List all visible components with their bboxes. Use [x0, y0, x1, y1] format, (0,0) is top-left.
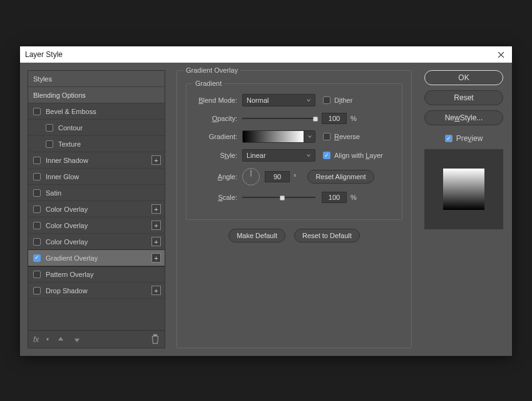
preview-swatch — [443, 169, 484, 210]
style-item-label: Drop Shadow — [46, 287, 88, 294]
style-item-satin[interactable]: Satin — [28, 185, 165, 201]
scale-unit: % — [350, 194, 357, 201]
style-item-label: Color Overlay — [46, 222, 88, 229]
gradient-picker[interactable] — [242, 130, 315, 143]
checkbox[interactable] — [46, 124, 53, 132]
checkbox[interactable] — [33, 271, 41, 278]
gradient-overlay-group: Gradient Overlay Gradient Blend Mode: No… — [176, 70, 412, 348]
chevron-down-icon — [306, 96, 311, 104]
blending-options-label: Blending Options — [33, 91, 86, 99]
reverse-label: Reverse — [334, 133, 360, 140]
angle-unit: ° — [294, 173, 296, 180]
dialog-title: Layer Style — [25, 50, 63, 59]
checkbox[interactable] — [33, 108, 41, 115]
dither-checkbox[interactable] — [323, 96, 330, 104]
style-select[interactable]: Linear — [242, 149, 315, 162]
checkbox[interactable] — [33, 189, 41, 197]
trash-icon[interactable] — [151, 335, 160, 344]
checkbox[interactable] — [33, 206, 41, 213]
make-default-button[interactable]: Make Default — [228, 229, 285, 242]
styles-footer: fx ▾ — [28, 330, 165, 348]
style-item-color-overlay[interactable]: Color Overlay + — [28, 234, 165, 250]
add-effect-button[interactable]: + — [151, 204, 161, 214]
styles-panel: Styles Blending Options Bevel & Emboss C… — [28, 70, 165, 348]
opacity-slider[interactable] — [242, 114, 315, 123]
add-effect-button[interactable]: + — [151, 253, 161, 263]
preview-checkbox[interactable] — [445, 135, 453, 142]
style-item-drop-shadow[interactable]: Drop Shadow + — [28, 283, 165, 299]
ok-button[interactable]: OK — [424, 70, 503, 85]
reset-alignment-button[interactable]: Reset Alignment — [307, 170, 374, 184]
align-label: Align with Layer — [334, 152, 383, 159]
new-style-button[interactable]: New Style... — [424, 110, 503, 125]
chevron-down-icon — [306, 152, 311, 159]
align-checkbox[interactable] — [323, 152, 330, 159]
style-item-label: Pattern Overlay — [46, 271, 93, 278]
style-item-bevel-emboss[interactable]: Bevel & Emboss — [28, 103, 165, 120]
add-effect-button[interactable]: + — [151, 237, 161, 246]
style-label: Style: — [195, 152, 242, 159]
style-item-label: Satin — [46, 189, 61, 197]
blend-mode-value: Normal — [247, 96, 269, 104]
styles-header[interactable]: Styles — [28, 71, 165, 87]
angle-label: Angle: — [195, 173, 242, 180]
dither-label: Dither — [334, 96, 352, 104]
titlebar[interactable]: Layer Style — [20, 46, 512, 63]
style-item-contour[interactable]: Contour — [28, 120, 165, 136]
style-item-label: Texture — [58, 140, 81, 148]
actions-panel: OK Reset New Style... Preview — [423, 70, 504, 348]
scale-slider[interactable] — [242, 193, 315, 202]
style-value: Linear — [247, 152, 266, 159]
style-item-label: Color Overlay — [46, 238, 88, 246]
styles-label: Styles — [33, 75, 52, 83]
style-item-color-overlay[interactable]: Color Overlay + — [28, 217, 165, 234]
angle-dial[interactable] — [242, 168, 260, 185]
checkbox[interactable] — [33, 254, 41, 262]
style-item-label: Inner Shadow — [46, 157, 88, 164]
style-item-inner-glow[interactable]: Inner Glow — [28, 169, 165, 185]
preview-label: Preview — [456, 134, 483, 143]
scale-label: Scale: — [195, 194, 242, 201]
checkbox[interactable] — [46, 140, 53, 148]
opacity-label: Opacity: — [195, 115, 242, 122]
fx-menu-icon[interactable]: fx — [33, 335, 39, 344]
add-effect-button[interactable]: + — [151, 286, 161, 295]
checkbox[interactable] — [33, 157, 41, 164]
checkbox[interactable] — [33, 238, 41, 246]
close-button[interactable] — [494, 48, 507, 61]
style-item-inner-shadow[interactable]: Inner Shadow + — [28, 152, 165, 169]
style-item-label: Color Overlay — [46, 206, 88, 213]
angle-input[interactable]: 90 — [265, 171, 290, 182]
blending-options-row[interactable]: Blending Options — [28, 87, 165, 103]
blend-mode-select[interactable]: Normal — [242, 94, 315, 107]
checkbox[interactable] — [33, 287, 41, 294]
style-item-color-overlay[interactable]: Color Overlay + — [28, 201, 165, 217]
add-effect-button[interactable]: + — [151, 221, 161, 230]
arrow-down-icon[interactable] — [73, 335, 81, 344]
style-item-gradient-overlay[interactable]: Gradient Overlay + — [28, 250, 165, 266]
reset-button[interactable]: Reset — [424, 90, 503, 105]
chevron-down-icon[interactable] — [304, 131, 315, 142]
opacity-unit: % — [350, 115, 357, 122]
arrow-up-icon[interactable] — [56, 335, 65, 344]
opacity-input[interactable]: 100 — [322, 113, 347, 124]
blend-mode-label: Blend Mode: — [195, 96, 242, 104]
style-item-texture[interactable]: Texture — [28, 136, 165, 152]
add-effect-button[interactable]: + — [151, 155, 161, 165]
gradient-label: Gradient: — [195, 133, 242, 140]
layer-style-dialog: Layer Style Styles Blending Options Beve… — [20, 46, 512, 356]
style-item-label: Inner Glow — [46, 173, 79, 180]
preview-box — [424, 149, 503, 229]
style-item-pattern-overlay[interactable]: Pattern Overlay — [28, 266, 165, 283]
reverse-checkbox[interactable] — [323, 133, 330, 140]
inner-group-title: Gradient — [193, 80, 224, 87]
scale-input[interactable]: 100 — [322, 192, 347, 203]
style-item-label: Contour — [58, 124, 83, 132]
reset-to-default-button[interactable]: Reset to Default — [294, 229, 360, 242]
gradient-group: Gradient Blend Mode: Normal Dither — [186, 83, 402, 220]
group-title: Gradient Overlay — [183, 66, 240, 74]
style-item-label: Gradient Overlay — [46, 254, 98, 262]
checkbox[interactable] — [33, 222, 41, 229]
style-item-label: Bevel & Emboss — [46, 108, 96, 115]
checkbox[interactable] — [33, 173, 41, 180]
